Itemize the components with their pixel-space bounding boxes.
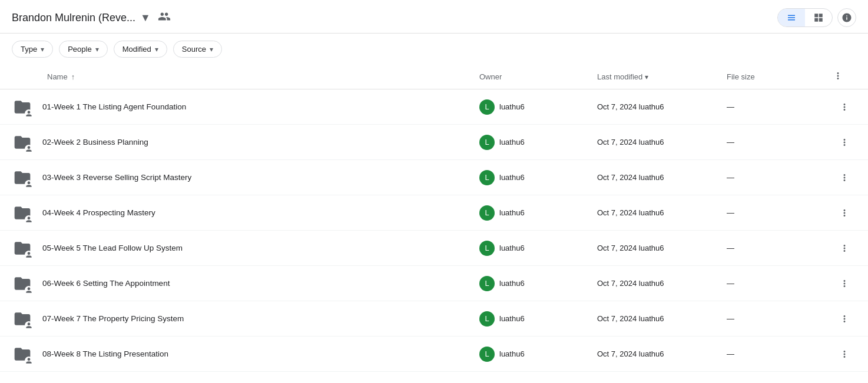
item-name: 04-Week 4 Prospecting Mastery bbox=[42, 208, 155, 217]
row-more-options[interactable] bbox=[833, 239, 856, 258]
filter-chevron-people: ▾ bbox=[95, 45, 99, 54]
filesize-cell: — bbox=[727, 138, 833, 146]
table-row[interactable]: 04-Week 4 Prospecting Mastery L luathu6 … bbox=[0, 195, 868, 231]
filesize-cell: — bbox=[727, 314, 833, 323]
more-options-button[interactable] bbox=[835, 98, 854, 116]
owner-cell: L luathu6 bbox=[479, 311, 597, 327]
modified-cell: Oct 7, 2024 luathu6 bbox=[597, 314, 727, 323]
header-right bbox=[777, 8, 856, 27]
page-title: Brandon Mulrenin (Reve... bbox=[12, 12, 135, 24]
owner-cell: L luathu6 bbox=[479, 170, 597, 185]
owner-name: luathu6 bbox=[499, 314, 525, 323]
owner-avatar: L bbox=[479, 241, 495, 256]
item-name: 06-Week 6 Setting The Appointment bbox=[42, 279, 170, 288]
table-container: Name ↑ Owner Last modified ▾ File size bbox=[0, 65, 868, 372]
table-header: Name ↑ Owner Last modified ▾ File size bbox=[0, 65, 868, 89]
modified-cell: Oct 7, 2024 luathu6 bbox=[597, 244, 727, 252]
owner-avatar: L bbox=[479, 205, 495, 221]
more-options-button[interactable] bbox=[835, 345, 854, 364]
table-row[interactable]: 01-Week 1 The Listing Agent Foundation L… bbox=[0, 89, 868, 125]
table-row[interactable]: 07-Week 7 The Property Pricing System L … bbox=[0, 301, 868, 337]
table-row[interactable]: 03-Week 3 Reverse Selling Script Mastery… bbox=[0, 160, 868, 195]
item-name: 01-Week 1 The Listing Agent Foundation bbox=[42, 102, 186, 111]
owner-cell: L luathu6 bbox=[479, 99, 597, 115]
filesize-cell: — bbox=[727, 102, 833, 111]
filter-label-type: Type bbox=[21, 45, 37, 54]
filter-label-people: People bbox=[68, 45, 91, 54]
filter-bar: Type▾People▾Modified▾Source▾ bbox=[0, 34, 868, 65]
list-view-button[interactable] bbox=[778, 9, 805, 26]
row-more-options[interactable] bbox=[833, 309, 856, 328]
shared-drive-icon bbox=[158, 10, 171, 26]
view-toggle bbox=[777, 8, 833, 27]
name-cell: 07-Week 7 The Property Pricing System bbox=[12, 308, 479, 329]
name-cell: 08-Week 8 The Listing Presentation bbox=[12, 344, 479, 365]
filter-chip-modified[interactable]: Modified▾ bbox=[114, 41, 167, 58]
more-options-button[interactable] bbox=[835, 239, 854, 258]
title-dropdown-icon[interactable]: ▼ bbox=[140, 12, 151, 24]
owner-avatar: L bbox=[479, 135, 495, 150]
owner-cell: L luathu6 bbox=[479, 205, 597, 221]
table-row[interactable]: 06-Week 6 Setting The Appointment L luat… bbox=[0, 266, 868, 301]
last-modified-column-header[interactable]: Last modified ▾ bbox=[597, 72, 727, 81]
folder-shared-badge bbox=[25, 180, 33, 188]
filesize-cell: — bbox=[727, 244, 833, 252]
more-options-button[interactable] bbox=[835, 133, 854, 152]
row-more-options[interactable] bbox=[833, 274, 856, 293]
folder-shared-badge bbox=[25, 321, 33, 329]
owner-name: luathu6 bbox=[499, 173, 525, 182]
table-row[interactable]: 08-Week 8 The Listing Presentation L lua… bbox=[0, 337, 868, 372]
row-more-options[interactable] bbox=[833, 168, 856, 187]
name-cell: 01-Week 1 The Listing Agent Foundation bbox=[12, 96, 479, 118]
name-cell: 03-Week 3 Reverse Selling Script Mastery bbox=[12, 167, 479, 188]
filesize-cell: — bbox=[727, 349, 833, 358]
item-name: 03-Week 3 Reverse Selling Script Mastery bbox=[42, 173, 191, 182]
more-options-button[interactable] bbox=[835, 309, 854, 328]
owner-cell: L luathu6 bbox=[479, 241, 597, 256]
row-more-options[interactable] bbox=[833, 133, 856, 152]
last-modified-sort-icon: ▾ bbox=[645, 73, 648, 81]
row-more-options[interactable] bbox=[833, 204, 856, 222]
folder-icon bbox=[12, 344, 33, 365]
folder-shared-badge bbox=[25, 357, 33, 365]
name-column-label: Name bbox=[47, 72, 68, 81]
more-options-button[interactable] bbox=[835, 274, 854, 293]
table-row[interactable]: 02-Week 2 Business Planning L luathu6 Oc… bbox=[0, 125, 868, 160]
name-cell: 06-Week 6 Setting The Appointment bbox=[12, 273, 479, 294]
row-more-options[interactable] bbox=[833, 98, 856, 116]
folder-shared-badge bbox=[25, 145, 33, 153]
owner-column-header[interactable]: Owner bbox=[479, 72, 597, 81]
filesize-cell: — bbox=[727, 173, 833, 182]
owner-avatar: L bbox=[479, 170, 495, 185]
owner-cell: L luathu6 bbox=[479, 276, 597, 291]
owner-cell: L luathu6 bbox=[479, 347, 597, 362]
filter-chip-source[interactable]: Source▾ bbox=[173, 41, 222, 58]
modified-cell: Oct 7, 2024 luathu6 bbox=[597, 102, 727, 111]
info-button[interactable] bbox=[837, 8, 856, 27]
more-column-header bbox=[833, 71, 856, 83]
table-row[interactable]: 05-Week 5 The Lead Follow Up System L lu… bbox=[0, 231, 868, 266]
folder-icon bbox=[12, 202, 33, 224]
filter-chevron-modified: ▾ bbox=[155, 45, 158, 54]
more-options-button[interactable] bbox=[835, 204, 854, 222]
modified-cell: Oct 7, 2024 luathu6 bbox=[597, 279, 727, 288]
filter-chip-type[interactable]: Type▾ bbox=[12, 41, 53, 58]
folder-icon bbox=[12, 308, 33, 329]
name-sort-icon: ↑ bbox=[71, 72, 75, 81]
modified-cell: Oct 7, 2024 luathu6 bbox=[597, 349, 727, 358]
folder-icon bbox=[12, 238, 33, 259]
header-left: Brandon Mulrenin (Reve... ▼ bbox=[12, 10, 171, 26]
row-more-options[interactable] bbox=[833, 345, 856, 364]
filter-chip-people[interactable]: People▾ bbox=[59, 41, 107, 58]
owner-avatar: L bbox=[479, 347, 495, 362]
item-name: 07-Week 7 The Property Pricing System bbox=[42, 314, 184, 323]
item-name: 05-Week 5 The Lead Follow Up System bbox=[42, 244, 183, 252]
more-options-button[interactable] bbox=[835, 168, 854, 187]
name-column-header[interactable]: Name ↑ bbox=[47, 72, 479, 81]
grid-view-button[interactable] bbox=[805, 9, 832, 26]
file-size-column-header: File size bbox=[727, 72, 833, 81]
filter-label-source: Source bbox=[182, 45, 206, 54]
folder-icon bbox=[12, 167, 33, 188]
owner-name: luathu6 bbox=[499, 208, 525, 217]
name-cell: 05-Week 5 The Lead Follow Up System bbox=[12, 238, 479, 259]
